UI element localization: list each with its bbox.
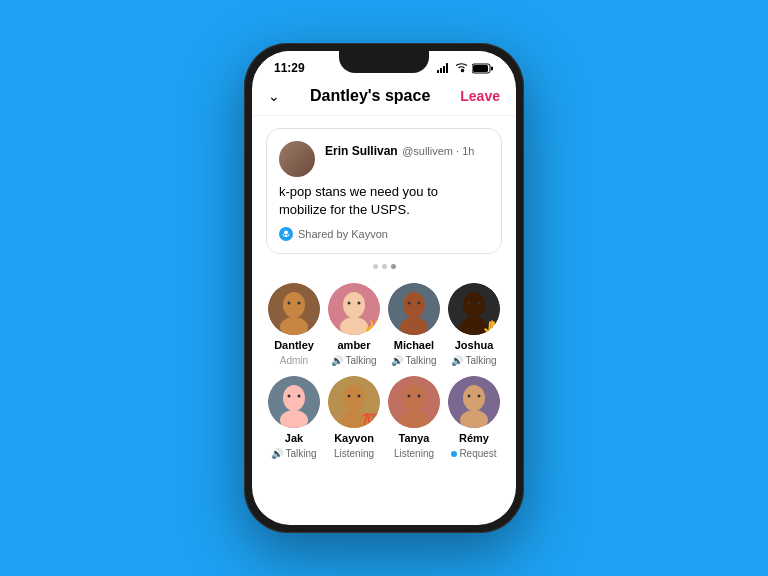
svg-point-15	[343, 292, 365, 318]
svg-point-30	[283, 385, 305, 411]
speaker-status: 🔊 Talking	[391, 355, 436, 366]
svg-point-35	[343, 385, 365, 411]
speaker-name: Tanya	[399, 432, 430, 444]
speaker-name: Jak	[285, 432, 303, 444]
svg-rect-1	[440, 68, 442, 73]
shared-icon	[279, 227, 293, 241]
speaker-item: DantleyAdmin	[266, 283, 322, 366]
signal-icon	[437, 63, 451, 73]
leave-button[interactable]: Leave	[460, 88, 500, 104]
svg-point-46	[468, 395, 471, 398]
speaker-status: 🔊 Talking	[451, 355, 496, 366]
speaker-avatar: 🤚	[448, 283, 500, 335]
status-bar: 11:29	[252, 51, 516, 79]
svg-point-40	[403, 385, 425, 411]
svg-rect-5	[491, 66, 493, 70]
svg-point-45	[463, 385, 485, 411]
speaker-avatar	[268, 283, 320, 335]
speaker-item: Michael🔊 Talking	[386, 283, 442, 366]
svg-point-11	[288, 302, 291, 305]
speaker-avatar	[388, 283, 440, 335]
status-icons	[437, 63, 494, 74]
speaker-emoji: 🤚	[482, 321, 500, 335]
speaker-face	[268, 376, 320, 428]
speaker-avatar	[388, 376, 440, 428]
svg-point-31	[288, 395, 291, 398]
tweet-header: Erin Sullivan @sullivem · 1h	[279, 141, 489, 177]
svg-point-22	[418, 302, 421, 305]
app-header: ⌄ Dantley's space Leave	[252, 79, 516, 116]
tweet-author-avatar	[279, 141, 315, 177]
svg-point-25	[463, 292, 485, 318]
pagination-dots	[266, 264, 502, 269]
speaker-face	[448, 376, 500, 428]
svg-rect-0	[437, 70, 439, 73]
tweet-author-handle: @sullivem · 1h	[402, 145, 474, 157]
svg-point-7	[284, 231, 288, 235]
svg-point-41	[408, 395, 411, 398]
svg-rect-6	[473, 65, 488, 72]
phone-screen: 11:29	[252, 51, 516, 525]
speakers-grid: DantleyAdmin✌️amber🔊 TalkingMichael🔊 Tal…	[266, 283, 502, 459]
dot-1	[373, 264, 378, 269]
shared-by: Shared by Kayvon	[279, 227, 489, 241]
content-area: Erin Sullivan @sullivem · 1h k-pop stans…	[252, 116, 516, 525]
speaker-emoji: 💯	[362, 414, 380, 428]
speaker-item: 🤚Joshua🔊 Talking	[446, 283, 502, 366]
speaker-avatar: ✌️	[328, 283, 380, 335]
speaker-item: 💯KayvonListening	[326, 376, 382, 459]
speaker-avatar: 💯	[328, 376, 380, 428]
speaker-name: Rémy	[459, 432, 489, 444]
svg-point-42	[418, 395, 421, 398]
speaker-name: Michael	[394, 339, 434, 351]
svg-point-12	[298, 302, 301, 305]
svg-point-26	[468, 302, 471, 305]
speaker-item: TanyaListening	[386, 376, 442, 459]
svg-point-21	[408, 302, 411, 305]
speaker-item: Jak🔊 Talking	[266, 376, 322, 459]
speaker-face	[268, 283, 320, 335]
svg-point-27	[478, 302, 481, 305]
speaker-status: 🔊 Talking	[331, 355, 376, 366]
speaker-status: Admin	[280, 355, 308, 366]
speaker-status: 🔊 Talking	[271, 448, 316, 459]
tweet-card: Erin Sullivan @sullivem · 1h k-pop stans…	[266, 128, 502, 254]
phone-frame: 11:29	[244, 43, 524, 533]
space-title: Dantley's space	[310, 87, 430, 105]
speaker-face	[388, 376, 440, 428]
battery-icon	[472, 63, 494, 74]
speaker-name: Dantley	[274, 339, 314, 351]
tweet-meta: Erin Sullivan @sullivem · 1h	[325, 141, 489, 159]
svg-point-17	[358, 302, 361, 305]
speaker-status: Request	[451, 448, 496, 459]
speaker-face	[388, 283, 440, 335]
speaker-name: Kayvon	[334, 432, 374, 444]
chevron-down-icon[interactable]: ⌄	[268, 88, 280, 104]
avatar-image	[279, 141, 315, 177]
notch	[339, 51, 429, 73]
speaker-status: Listening	[334, 448, 374, 459]
svg-point-36	[348, 395, 351, 398]
speaker-avatar	[448, 376, 500, 428]
svg-rect-3	[446, 63, 448, 73]
svg-rect-2	[443, 66, 445, 73]
speaker-name: amber	[337, 339, 370, 351]
speaker-avatar	[268, 376, 320, 428]
dot-3	[391, 264, 396, 269]
svg-point-47	[478, 395, 481, 398]
speaker-item: ✌️amber🔊 Talking	[326, 283, 382, 366]
tweet-author-name: Erin Sullivan	[325, 144, 398, 158]
dot-2	[382, 264, 387, 269]
speaker-name: Joshua	[455, 339, 494, 351]
shared-by-text: Shared by Kayvon	[298, 228, 388, 240]
speaker-emoji: ✌️	[362, 321, 380, 335]
speaker-item: Rémy Request	[446, 376, 502, 459]
wifi-icon	[455, 63, 468, 73]
svg-point-37	[358, 395, 361, 398]
status-time: 11:29	[274, 61, 305, 75]
tweet-text: k-pop stans we need you to mobilize for …	[279, 183, 489, 219]
svg-point-16	[348, 302, 351, 305]
speaker-status: Listening	[394, 448, 434, 459]
mic-icon	[281, 229, 291, 239]
svg-point-10	[283, 292, 305, 318]
